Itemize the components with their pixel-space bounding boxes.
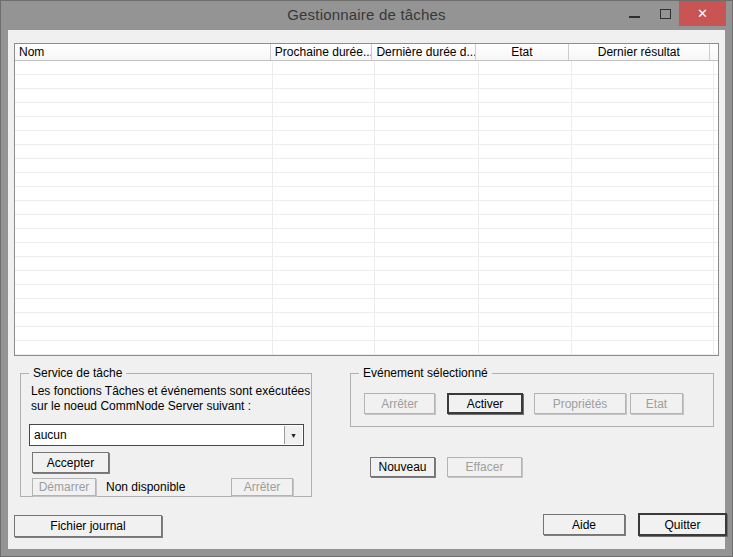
accept-button[interactable]: Accepter: [32, 452, 109, 473]
state-button[interactable]: Etat: [630, 393, 683, 414]
commnode-server-combobox[interactable]: aucun ▼: [29, 424, 304, 446]
quit-button[interactable]: Quitter: [638, 513, 727, 536]
grid-vline: [713, 61, 714, 354]
log-file-button[interactable]: Fichier journal: [14, 515, 162, 537]
properties-button[interactable]: Propriétés: [534, 393, 626, 414]
task-list-header: Nom Prochaine durée... Dernière durée d.…: [15, 44, 718, 61]
column-header-nom[interactable]: Nom: [15, 44, 271, 60]
column-header-derniere-duree[interactable]: Dernière durée d...: [372, 44, 476, 60]
column-header-etat[interactable]: Etat: [476, 44, 569, 60]
minimize-icon: [629, 16, 640, 18]
column-header-prochaine-duree[interactable]: Prochaine durée...: [271, 44, 373, 60]
service-status-label: Non disponible: [106, 479, 185, 495]
dialog-client-area: Nom Prochaine durée... Dernière durée d.…: [8, 30, 725, 549]
maximize-icon: [660, 9, 671, 19]
service-group: Service de tâche Les fonctions Tâches et…: [20, 373, 312, 497]
column-header-filler: [710, 44, 718, 60]
task-manager-window: Gestionnaire de tâches ✕ Nom Prochaine d…: [0, 0, 733, 557]
title-bar[interactable]: Gestionnaire de tâches ✕: [0, 0, 733, 30]
activate-button[interactable]: Activer: [447, 393, 523, 414]
task-list-body[interactable]: [15, 61, 718, 355]
stop-event-button[interactable]: Arrêter: [364, 393, 435, 414]
service-group-title: Service de tâche: [29, 366, 126, 381]
new-button[interactable]: Nouveau: [370, 457, 435, 477]
clear-button[interactable]: Effacer: [447, 457, 522, 477]
grid-vline: [571, 61, 572, 354]
column-header-dernier-resultat[interactable]: Dernier résultat: [569, 44, 710, 60]
grid-vline: [478, 61, 479, 354]
selected-event-group: Evénement sélectionné Arrêter Activer Pr…: [350, 373, 714, 427]
close-icon: ✕: [697, 7, 708, 20]
task-list[interactable]: Nom Prochaine durée... Dernière durée d.…: [14, 43, 719, 356]
grid-vline: [374, 61, 375, 354]
service-description: Les fonctions Tâches et événements sont …: [31, 384, 311, 414]
combobox-dropdown-button[interactable]: ▼: [284, 426, 302, 444]
minimize-button[interactable]: [620, 2, 648, 26]
combobox-value: aucun: [34, 427, 67, 443]
stop-service-button[interactable]: Arrêter: [231, 478, 293, 496]
chevron-down-icon: ▼: [290, 432, 297, 439]
selected-event-group-title: Evénement sélectionné: [359, 366, 492, 381]
grid-vline: [272, 61, 273, 354]
maximize-button[interactable]: [651, 2, 679, 26]
help-button[interactable]: Aide: [543, 514, 625, 535]
close-button[interactable]: ✕: [679, 1, 726, 26]
start-service-button[interactable]: Démarrer: [32, 478, 96, 496]
